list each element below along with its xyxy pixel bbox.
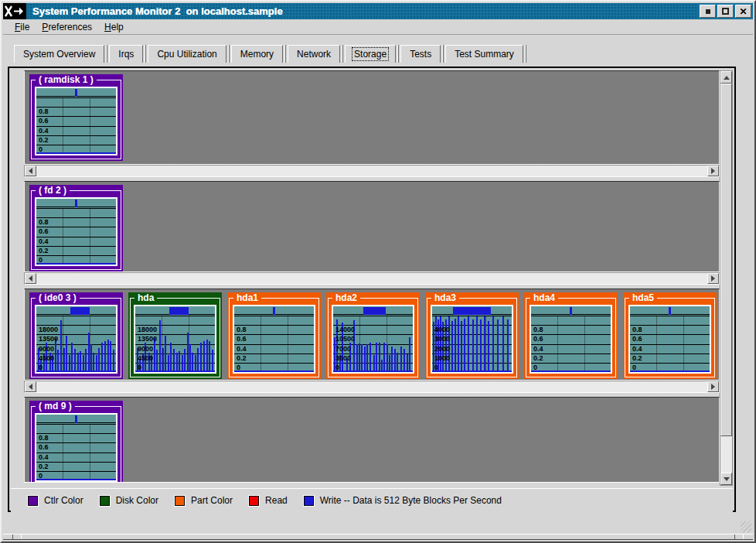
write-data-spike (397, 353, 398, 371)
minimize-button[interactable] (700, 5, 716, 18)
scroll-right-button[interactable] (707, 166, 719, 176)
arrow-up-icon (724, 76, 730, 80)
write-data-spike (464, 319, 465, 371)
progress-marker (75, 200, 77, 207)
legend-label: Part Color (191, 495, 233, 506)
window-resize-bar[interactable] (3, 534, 753, 540)
device-panel-ide03: ( ide0 3 )1800013500900045000 (29, 292, 123, 379)
write-data-spike (71, 343, 73, 371)
progress-marker (75, 415, 77, 423)
chart-progress-strip (333, 306, 413, 315)
legend-item-ctlr: Ctlr Color (28, 495, 83, 506)
scroll-left-button[interactable] (25, 166, 36, 176)
y-axis-tick-label: 0 (237, 364, 240, 371)
chart-baseline (36, 479, 116, 480)
close-button[interactable]: ✕ (735, 5, 751, 18)
minimize-icon (706, 9, 710, 14)
tab-label: System Overview (22, 48, 97, 60)
menu-file[interactable]: File (9, 20, 35, 34)
progress-marker (363, 307, 386, 315)
panel-title: hda2 (332, 292, 360, 303)
write-data-spike (203, 341, 205, 371)
horizontal-scrollbar[interactable] (24, 165, 720, 177)
write-data-spike (376, 343, 377, 371)
device-panel-hda2: hda21400010500700035000 (326, 292, 420, 379)
chart-baseline (531, 371, 611, 372)
tab-network[interactable]: Network (288, 45, 340, 63)
menu-preferences[interactable]: Preferences (36, 20, 97, 34)
write-data-spike (455, 319, 456, 371)
tab-system-overview[interactable]: System Overview (14, 45, 104, 63)
write-data-spike (409, 337, 410, 371)
scroll-left-button[interactable] (25, 381, 36, 392)
tab-irqs[interactable]: Irqs (109, 45, 143, 63)
horizontal-scrollbar[interactable] (24, 272, 720, 285)
arrow-left-icon (29, 384, 32, 390)
window-menu-button[interactable] (3, 3, 26, 19)
tab-storage[interactable]: Storage (345, 45, 396, 63)
vertical-scrollbar[interactable] (720, 70, 733, 486)
y-axis-tick-label: 2000 (434, 345, 450, 353)
write-data-spike (407, 354, 408, 371)
menu-help[interactable]: Help (99, 20, 129, 34)
horizontal-scrollbar-track[interactable] (36, 381, 707, 392)
y-axis-tick-label: 0.8 (39, 108, 49, 115)
write-data-spike (366, 344, 368, 371)
y-axis-tick-label: 3500 (335, 354, 351, 362)
y-axis-tick-label: 9000 (138, 345, 153, 353)
horizontal-scrollbar[interactable] (24, 381, 720, 393)
window-controls: ✕ (698, 3, 753, 19)
tab-cpu-utilization[interactable]: Cpu Utilization (148, 45, 226, 63)
titlebar[interactable]: System Performance Monitor 2 on localhos… (3, 3, 753, 19)
y-axis-tick-label: 0.2 (237, 354, 247, 362)
scroll-up-button[interactable] (720, 71, 732, 84)
write-data-spike (197, 348, 199, 371)
y-axis-tick-label: 0.6 (39, 117, 49, 125)
chart-plot-area: 0.80.60.40.20 (36, 97, 116, 154)
device-chart: 0.80.60.40.20 (628, 305, 711, 374)
vertical-scrollbar-thumb[interactable] (720, 84, 732, 436)
scroll-down-button[interactable] (720, 473, 732, 485)
scroll-right-button[interactable] (707, 273, 719, 284)
write-data-spike (209, 341, 210, 371)
device-chart: 0.80.60.40.20 (35, 87, 117, 155)
write-data-spike (156, 350, 158, 371)
y-axis-tick-label: 0.8 (632, 326, 642, 333)
write-data-spike (98, 348, 100, 371)
scroll-right-button[interactable] (707, 381, 719, 392)
progress-marker (75, 89, 77, 97)
y-axis-tick-label: 0 (335, 364, 339, 371)
write-data-spike (448, 316, 450, 371)
menu-accel: F (15, 22, 20, 32)
progress-marker (70, 307, 90, 315)
progress-marker (273, 307, 275, 315)
write-data-spike (195, 355, 196, 371)
resize-notch-right (734, 534, 744, 539)
horizontal-scrollbar-track[interactable] (36, 273, 707, 284)
arrow-right-icon (711, 168, 715, 174)
write-data-spike (472, 319, 474, 371)
tab-tests[interactable]: Tests (400, 45, 441, 63)
chart-baseline (36, 371, 116, 372)
chart-plot-area: 1800013500900045000 (135, 316, 215, 372)
horizontal-gridline (36, 145, 116, 145)
y-axis-tick-label: 14000 (335, 326, 355, 333)
chart-plot-area: 0.80.60.40.20 (36, 208, 116, 265)
vertical-scrollbar-track[interactable] (720, 436, 732, 473)
legend-label: Ctlr Color (44, 495, 83, 506)
write-data-spike (66, 336, 67, 371)
device-chart: 0.80.60.40.20 (35, 413, 117, 482)
write-data-spike (468, 316, 469, 371)
horizontal-scrollbar-track[interactable] (36, 166, 707, 176)
tab-test-summary[interactable]: Test Summary (445, 45, 523, 63)
resize-notch-left (12, 534, 22, 539)
maximize-button[interactable] (717, 5, 734, 18)
tab-memory[interactable]: Memory (231, 45, 283, 63)
scroll-left-button[interactable] (25, 273, 36, 284)
maximize-icon (722, 8, 729, 15)
write-data-spike (435, 316, 437, 371)
y-axis-tick-label: 0.2 (39, 247, 49, 254)
write-data-spike (176, 353, 178, 371)
y-axis-tick-label: 0.4 (632, 345, 642, 353)
resize-grip-icon[interactable] (741, 521, 751, 532)
